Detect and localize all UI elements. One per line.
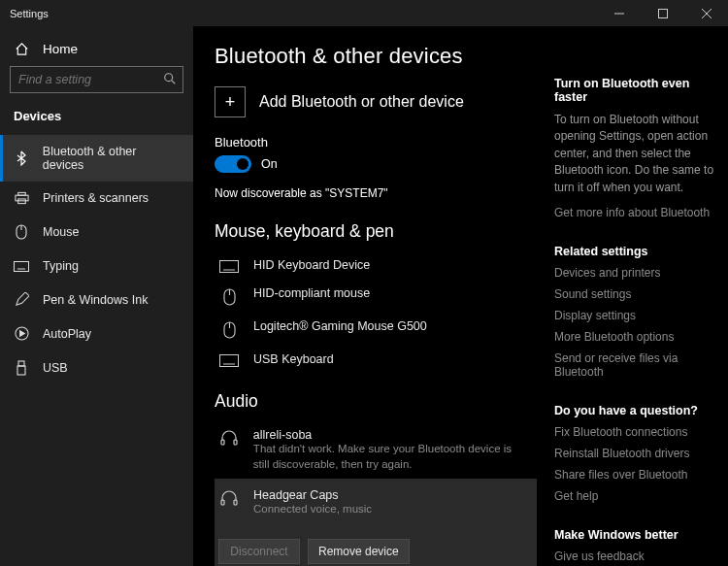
svg-rect-16 bbox=[18, 361, 24, 366]
mouse-icon bbox=[14, 224, 29, 240]
sidebar: Home Devices Bluetooth & other devices bbox=[0, 26, 193, 566]
aside-link[interactable]: Give us feedback bbox=[554, 549, 714, 563]
aside-better-title: Make Windows better bbox=[554, 528, 714, 542]
sidebar-item-label: Typing bbox=[43, 259, 79, 273]
sidebar-item-usb[interactable]: USB bbox=[0, 350, 193, 385]
settings-window: Settings Home bbox=[0, 0, 728, 566]
device-name: Headgear Caps bbox=[253, 488, 372, 502]
sidebar-item-bluetooth[interactable]: Bluetooth & other devices bbox=[0, 135, 193, 182]
printer-icon bbox=[14, 191, 29, 205]
sidebar-section-title: Devices bbox=[0, 105, 193, 135]
device-name: USB Keyboard bbox=[253, 352, 334, 366]
usb-icon bbox=[14, 360, 29, 376]
sidebar-item-label: AutoPlay bbox=[43, 327, 91, 341]
svg-point-4 bbox=[165, 74, 173, 82]
bluetooth-icon bbox=[14, 150, 29, 166]
device-row[interactable]: HID-compliant mouse bbox=[215, 280, 527, 313]
device-row[interactable]: Logitech® Gaming Mouse G500 bbox=[215, 313, 527, 346]
discoverable-text: Now discoverable as "SYSTEM7" bbox=[215, 186, 527, 200]
sidebar-item-label: Printers & scanners bbox=[43, 191, 149, 205]
sidebar-item-typing[interactable]: Typing bbox=[0, 250, 193, 283]
aside-link[interactable]: Send or receive files via Bluetooth bbox=[554, 351, 714, 379]
bluetooth-state: On bbox=[261, 157, 278, 171]
search-input[interactable] bbox=[18, 73, 155, 86]
search-box[interactable] bbox=[10, 66, 183, 93]
sidebar-item-label: Bluetooth & other devices bbox=[43, 145, 180, 172]
close-button[interactable] bbox=[684, 0, 728, 26]
svg-rect-7 bbox=[17, 192, 25, 195]
sidebar-item-printers[interactable]: Printers & scanners bbox=[0, 182, 193, 215]
svg-rect-6 bbox=[15, 195, 27, 201]
aside-tip-title: Turn on Bluetooth even faster bbox=[554, 77, 714, 104]
headset-icon bbox=[218, 488, 240, 517]
keyboard-icon bbox=[218, 352, 240, 367]
aside-link[interactable]: More Bluetooth options bbox=[554, 330, 714, 344]
minimize-button[interactable] bbox=[597, 0, 641, 26]
device-name: HID Keyboard Device bbox=[253, 258, 370, 272]
aside-link[interactable]: Reinstall Bluetooth drivers bbox=[554, 447, 714, 460]
titlebar: Settings bbox=[0, 0, 728, 26]
sidebar-item-pen[interactable]: Pen & Windows Ink bbox=[0, 283, 193, 316]
search-icon bbox=[163, 72, 177, 89]
aside-link[interactable]: Get help bbox=[554, 489, 714, 503]
autoplay-icon bbox=[14, 326, 29, 341]
main-panel: Bluetooth & other devices + Add Bluetoot… bbox=[193, 26, 548, 566]
nav-home[interactable]: Home bbox=[0, 34, 193, 66]
aside-related-title: Related settings bbox=[554, 245, 714, 258]
device-status: That didn't work. Make sure your Bluetoo… bbox=[253, 442, 523, 472]
window-title: Settings bbox=[0, 8, 49, 19]
mouse-icon bbox=[218, 286, 240, 306]
sidebar-item-label: Mouse bbox=[43, 225, 80, 239]
keyboard-icon bbox=[14, 261, 29, 272]
svg-line-5 bbox=[172, 81, 176, 84]
section-mouse-title: Mouse, keyboard & pen bbox=[215, 221, 527, 242]
bluetooth-toggle[interactable] bbox=[215, 155, 251, 173]
plus-icon: + bbox=[215, 86, 246, 117]
aside-tip-more-link[interactable]: Get more info about Bluetooth bbox=[554, 206, 714, 219]
aside-question-title: Do you have a question? bbox=[554, 404, 714, 417]
aside-tip-body: To turn on Bluetooth without opening Set… bbox=[554, 112, 714, 196]
aside-link[interactable]: Sound settings bbox=[554, 287, 714, 301]
page-title: Bluetooth & other devices bbox=[215, 44, 527, 69]
svg-rect-11 bbox=[15, 261, 29, 271]
pen-icon bbox=[14, 292, 29, 307]
device-row-selected[interactable]: Headgear Caps Connected voice, music Dis… bbox=[215, 479, 537, 566]
svg-rect-1 bbox=[658, 9, 667, 17]
nav-home-label: Home bbox=[43, 42, 78, 56]
add-device-button[interactable]: + Add Bluetooth or other device bbox=[215, 86, 527, 117]
aside-link[interactable]: Share files over Bluetooth bbox=[554, 468, 714, 482]
sidebar-item-label: Pen & Windows Ink bbox=[43, 293, 148, 307]
device-row[interactable]: HID Keyboard Device bbox=[215, 251, 527, 280]
aside-link[interactable]: Fix Bluetooth connections bbox=[554, 425, 714, 439]
svg-rect-17 bbox=[17, 366, 25, 375]
svg-rect-18 bbox=[220, 261, 239, 273]
disconnect-button[interactable]: Disconnect bbox=[218, 539, 300, 564]
device-name: Logitech® Gaming Mouse G500 bbox=[253, 319, 427, 333]
add-device-label: Add Bluetooth or other device bbox=[259, 93, 464, 111]
headset-icon bbox=[218, 428, 240, 448]
sidebar-item-mouse[interactable]: Mouse bbox=[0, 215, 193, 250]
bluetooth-label: Bluetooth bbox=[215, 135, 527, 150]
home-icon bbox=[14, 42, 29, 56]
aside-link[interactable]: Devices and printers bbox=[554, 266, 714, 280]
remove-device-button[interactable]: Remove device bbox=[308, 539, 410, 564]
section-audio-title: Audio bbox=[215, 391, 527, 412]
aside-panel: Turn on Bluetooth even faster To turn on… bbox=[548, 26, 728, 566]
device-name: HID-compliant mouse bbox=[253, 286, 370, 300]
device-row[interactable]: USB Keyboard bbox=[215, 346, 527, 374]
device-row[interactable]: allreli-soba That didn't work. Make sure… bbox=[215, 421, 527, 479]
maximize-button[interactable] bbox=[641, 0, 684, 26]
mouse-icon bbox=[218, 319, 240, 339]
device-status: Connected voice, music bbox=[253, 502, 372, 517]
sidebar-item-autoplay[interactable]: AutoPlay bbox=[0, 316, 193, 350]
sidebar-item-label: USB bbox=[43, 361, 68, 375]
aside-link[interactable]: Display settings bbox=[554, 309, 714, 322]
device-name: allreli-soba bbox=[253, 428, 523, 442]
keyboard-icon bbox=[218, 258, 240, 273]
svg-rect-24 bbox=[220, 355, 239, 367]
